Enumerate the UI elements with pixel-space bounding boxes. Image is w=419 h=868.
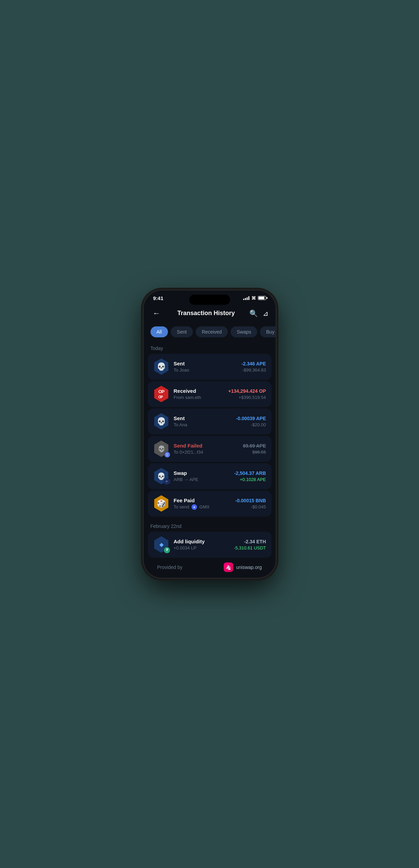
- tx-type-label: Swap: [174, 470, 230, 476]
- tab-all[interactable]: All: [150, 326, 168, 337]
- tx-type-label: Send Failed: [174, 443, 239, 449]
- tx-amounts-fee: -0.00015 BNB -$0.045: [235, 498, 266, 509]
- tx-amount-main: 69.69 APE: [243, 443, 266, 449]
- battery-icon: [258, 296, 266, 300]
- tx-amount-secondary: -$0.045: [235, 504, 266, 509]
- tx-amount-secondary: +$390,519.54: [228, 395, 266, 400]
- tx-type-label: Add liquidity: [174, 539, 230, 544]
- tx-sub-label: To 0×2f21...f34: [174, 450, 239, 455]
- filter-icon[interactable]: ⊿: [263, 309, 269, 318]
- tx-details-sent-ana: Sent To Ana: [174, 415, 232, 427]
- tx-icon-fee: 🎲: [153, 495, 170, 512]
- tx-amount-secondary: -$99,364.83: [241, 367, 266, 373]
- tx-amount-main: -0.00039 APE: [236, 416, 266, 421]
- screen-content[interactable]: ← Transaction History 🔍 ⊿ All Sent Recei…: [144, 303, 276, 575]
- status-icons: ⌘: [243, 296, 266, 301]
- tx-amounts-swap: -2,504.37 ARB +0.1028 APE: [234, 470, 266, 482]
- tx-sub-label: To send ▲ GMX: [174, 504, 232, 510]
- header: ← Transaction History 🔍 ⊿: [144, 303, 276, 325]
- tx-details-fee: Fee Paid To send ▲ GMX: [174, 497, 232, 510]
- tx-amounts-recv-op: +134,294.424 OP +$390,519.54: [228, 388, 266, 400]
- tx-list-today: 💀 Sent To Joao -2.346 APE -$99,364.83 OP…: [144, 354, 276, 517]
- tx-details-recv-op: Received From sam.eth: [174, 388, 224, 400]
- tx-type-label: Received: [174, 388, 224, 394]
- phone-frame: 9:41 ⌘ ← Transaction History 🔍 ⊿: [143, 290, 276, 579]
- tx-amount-main: -2,504.37 ARB: [234, 470, 266, 476]
- provided-by-row: Provided by 🦄 uniswap.org: [152, 560, 267, 575]
- section-feb22: February 22nd: [144, 521, 276, 532]
- uniswap-url: uniswap.org: [236, 565, 262, 570]
- tx-amount-secondary: +0.1028 APE: [234, 477, 266, 482]
- tx-amount-main: +134,294.424 OP: [228, 388, 266, 394]
- wifi-icon: ⌘: [251, 296, 256, 301]
- back-button[interactable]: ←: [150, 307, 163, 320]
- tx-type-label: Sent: [174, 361, 237, 366]
- tx-details-failed: Send Failed To 0×2f21...f34: [174, 443, 239, 455]
- time: 9:41: [153, 295, 163, 301]
- tx-item-swap[interactable]: 💀 ⟳ Swap ARB → APE -2,504.37 ARB +0.1028…: [148, 463, 272, 489]
- section-today: Today: [144, 343, 276, 354]
- tx-item-fee[interactable]: 🎲 Fee Paid To send ▲ GMX -0.00015 BNB -$…: [148, 491, 272, 517]
- tx-type-label: Fee Paid: [174, 497, 232, 503]
- tx-item-addliq[interactable]: ◆ ₮ Add liquidity +0.0034 LP -2.34 ETH -…: [148, 532, 272, 558]
- tx-icon-ape2: 💀: [153, 413, 170, 430]
- tab-received[interactable]: Received: [196, 326, 228, 337]
- tx-amount-secondary: -$20.00: [236, 422, 266, 427]
- notch: [189, 295, 230, 305]
- tx-amounts-sent-ana: -0.00039 APE -$20.00: [236, 416, 266, 427]
- uniswap-icon: 🦄: [224, 562, 233, 572]
- tx-details-swap: Swap ARB → APE: [174, 470, 230, 482]
- tx-sub-label: ARB → APE: [174, 477, 230, 482]
- tx-amount-main: -2.34 ETH: [234, 539, 266, 544]
- tether-badge: ₮: [163, 547, 170, 554]
- tx-item-failed[interactable]: 💀 Ξ Send Failed To 0×2f21...f34 69.69 AP…: [148, 436, 272, 462]
- tab-buy[interactable]: Buy: [260, 326, 275, 337]
- header-actions: 🔍 ⊿: [249, 309, 269, 318]
- tx-icon-op: OPOP: [153, 386, 170, 402]
- tx-details-sent-joao: Sent To Joao: [174, 361, 237, 373]
- tx-type-label: Sent: [174, 415, 232, 421]
- filter-tabs: All Sent Received Swaps Buy Se...: [144, 325, 276, 343]
- tx-details-addliq: Add liquidity +0.0034 LP: [174, 539, 230, 550]
- tx-item-recv-op[interactable]: OPOP Received From sam.eth +134,294.424 …: [148, 381, 272, 407]
- tab-swaps[interactable]: Swaps: [231, 326, 257, 337]
- tx-amount-main: -2.346 APE: [241, 361, 266, 366]
- signal-icon: [243, 296, 249, 300]
- tx-sub-label: To Joao: [174, 367, 237, 373]
- tx-item-sent-ana[interactable]: 💀 Sent To Ana -0.00039 APE -$20.00: [148, 409, 272, 435]
- tx-icon-ape: 💀: [153, 359, 170, 375]
- tx-amounts-addliq: -2.34 ETH -5,310.61 USDT: [234, 539, 266, 550]
- tx-icon-failed: 💀 Ξ: [153, 441, 170, 457]
- tx-sub-label: +0.0034 LP: [174, 545, 230, 550]
- tx-sub-label: From sam.eth: [174, 395, 224, 400]
- tx-amounts-failed: 69.69 APE $96.55: [243, 443, 266, 455]
- provided-by-service[interactable]: 🦄 uniswap.org: [224, 562, 262, 572]
- search-icon[interactable]: 🔍: [249, 309, 258, 318]
- gmx-icon: ▲: [192, 504, 197, 510]
- provided-by-label: Provided by: [157, 565, 183, 570]
- tx-amounts-sent-joao: -2.346 APE -$99,364.83: [241, 361, 266, 373]
- tx-sub-label: To Ana: [174, 422, 232, 427]
- tab-sent[interactable]: Sent: [171, 326, 193, 337]
- eth-badge: Ξ: [164, 452, 170, 458]
- tx-item-sent-joao[interactable]: 💀 Sent To Joao -2.346 APE -$99,364.83: [148, 354, 272, 380]
- tx-icon-liq: ◆ ₮: [153, 536, 170, 553]
- tx-amount-secondary: $96.55: [243, 450, 266, 455]
- tx-amount-main: -0.00015 BNB: [235, 498, 266, 503]
- tx-amount-secondary: -5,310.61 USDT: [234, 545, 266, 550]
- tx-icon-swap: 💀 ⟳: [153, 468, 170, 484]
- page-title: Transaction History: [177, 310, 235, 317]
- tx-list-feb22: ◆ ₮ Add liquidity +0.0034 LP -2.34 ETH -…: [144, 532, 276, 575]
- back-arrow-icon: ←: [153, 309, 160, 318]
